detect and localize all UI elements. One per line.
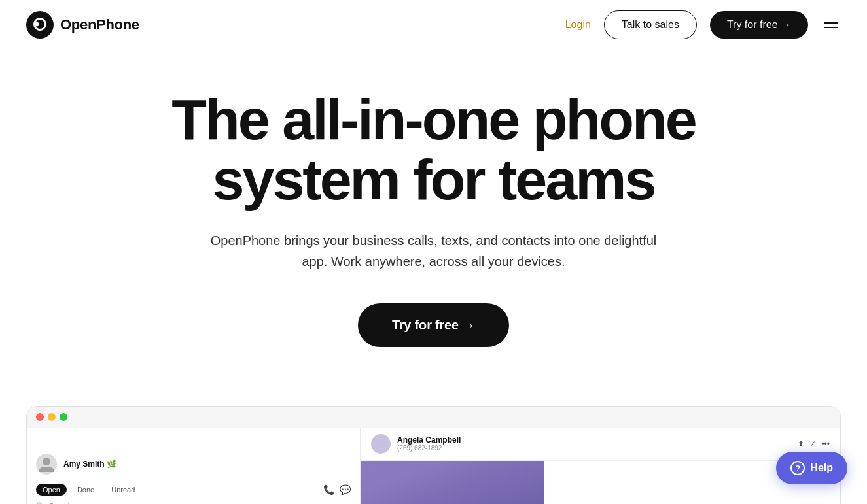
- hamburger-menu-button[interactable]: [821, 20, 841, 31]
- user-avatar: [36, 454, 57, 475]
- try-for-free-hero-button[interactable]: Try for free →: [358, 303, 509, 347]
- svg-point-2: [43, 458, 50, 465]
- hamburger-line-1: [824, 22, 838, 24]
- talk-to-sales-button[interactable]: Talk to sales: [604, 10, 697, 39]
- tab-unread[interactable]: Unread: [105, 484, 141, 496]
- contact-detail-info: Angela Campbell (269) 682-1892: [397, 435, 791, 452]
- app-preview: Amy Smith 🌿 Open Done Unread 📞 💬 🔍 Searc…: [26, 406, 841, 504]
- window-titlebar: [27, 407, 840, 428]
- app-user-name: Amy Smith 🌿: [63, 460, 116, 469]
- app-right-header: Angela Campbell (269) 682-1892 ⬆ ✓ •••: [361, 428, 840, 461]
- app-user-row: Amy Smith 🌿: [27, 448, 360, 480]
- tab-icons: 📞 💬: [323, 484, 351, 495]
- navbar: OpenPhone Login Talk to sales Try for fr…: [0, 0, 867, 50]
- help-icon: ?: [790, 461, 805, 475]
- contact-detail-phone: (269) 682-1892: [397, 445, 791, 452]
- app-image-area: [361, 461, 544, 504]
- contact-detail-name: Angela Campbell: [397, 435, 791, 445]
- openphone-logo-icon: [26, 11, 54, 39]
- window-maximize-dot: [60, 413, 67, 421]
- app-content-area: [361, 461, 840, 504]
- contact-header-actions: ⬆ ✓ •••: [798, 439, 830, 448]
- hero-title: The all-in-one phone system for teams: [100, 90, 768, 210]
- image-overlay: [361, 461, 544, 504]
- chat-icon: 💬: [340, 484, 351, 495]
- contact-detail-avatar: [371, 434, 391, 454]
- try-for-free-nav-button[interactable]: Try for free →: [710, 11, 808, 39]
- logo-text: OpenPhone: [60, 16, 139, 33]
- svg-point-0: [26, 11, 54, 39]
- window-minimize-dot: [48, 413, 56, 421]
- hamburger-line-2: [824, 27, 838, 28]
- share-icon[interactable]: ⬆: [798, 439, 804, 448]
- nav-actions: Login Talk to sales Try for free →: [565, 10, 841, 39]
- app-tabs: Open Done Unread 📞 💬: [27, 480, 360, 499]
- hero-title-line2: system for teams: [213, 147, 655, 212]
- hero-title-line1: The all-in-one phone: [171, 87, 695, 152]
- tab-done[interactable]: Done: [71, 484, 101, 496]
- logo[interactable]: OpenPhone: [26, 11, 139, 39]
- check-icon[interactable]: ✓: [809, 439, 816, 448]
- login-link[interactable]: Login: [565, 19, 591, 31]
- app-search-row[interactable]: 🔍 Search: [27, 499, 360, 504]
- help-label: Help: [810, 462, 833, 474]
- help-button[interactable]: ? Help: [776, 452, 847, 484]
- hero-subtitle: OpenPhone brings your business calls, te…: [205, 230, 663, 272]
- tab-open[interactable]: Open: [36, 484, 67, 496]
- app-left-panel: Amy Smith 🌿 Open Done Unread 📞 💬 🔍 Searc…: [27, 428, 361, 504]
- more-icon[interactable]: •••: [821, 439, 830, 448]
- svg-point-1: [35, 22, 39, 27]
- window-close-dot: [36, 413, 44, 421]
- hero-section: The all-in-one phone system for teams Op…: [74, 50, 794, 373]
- app-right-panel: Angela Campbell (269) 682-1892 ⬆ ✓ •••: [361, 428, 840, 504]
- phone-icon: 📞: [323, 484, 334, 495]
